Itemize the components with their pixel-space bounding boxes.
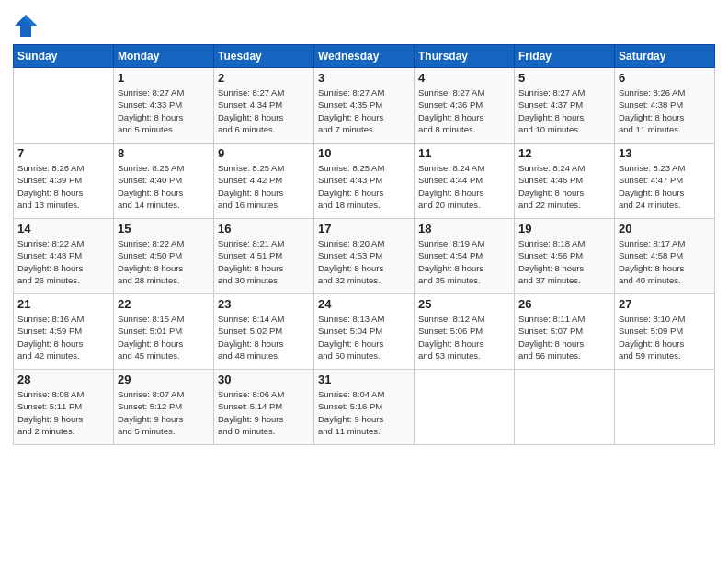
day-number: 25 <box>418 297 510 311</box>
logo <box>13 13 42 39</box>
day-number: 23 <box>218 297 310 311</box>
day-cell: 13Sunrise: 8:23 AM Sunset: 4:47 PM Dayli… <box>615 144 715 219</box>
day-cell: 8Sunrise: 8:26 AM Sunset: 4:40 PM Daylig… <box>114 144 214 219</box>
day-info: Sunrise: 8:11 AM Sunset: 5:07 PM Dayligh… <box>518 313 610 362</box>
day-cell: 9Sunrise: 8:25 AM Sunset: 4:42 PM Daylig… <box>214 144 314 219</box>
day-cell: 5Sunrise: 8:27 AM Sunset: 4:37 PM Daylig… <box>515 68 615 144</box>
day-number: 9 <box>218 146 310 160</box>
day-cell: 21Sunrise: 8:16 AM Sunset: 4:59 PM Dayli… <box>14 294 114 370</box>
header-cell-thursday: Thursday <box>415 45 515 68</box>
day-cell: 7Sunrise: 8:26 AM Sunset: 4:39 PM Daylig… <box>14 144 114 219</box>
day-info: Sunrise: 8:15 AM Sunset: 5:01 PM Dayligh… <box>118 313 210 362</box>
day-number: 14 <box>17 222 109 236</box>
day-info: Sunrise: 8:14 AM Sunset: 5:02 PM Dayligh… <box>218 313 310 362</box>
day-number: 1 <box>118 71 210 85</box>
week-row-2: 7Sunrise: 8:26 AM Sunset: 4:39 PM Daylig… <box>14 144 715 219</box>
week-row-5: 28Sunrise: 8:08 AM Sunset: 5:11 PM Dayli… <box>14 370 715 445</box>
day-cell: 30Sunrise: 8:06 AM Sunset: 5:14 PM Dayli… <box>214 370 314 445</box>
day-info: Sunrise: 8:23 AM Sunset: 4:47 PM Dayligh… <box>619 162 711 211</box>
day-number: 20 <box>619 222 711 236</box>
day-number: 16 <box>218 222 310 236</box>
day-cell: 3Sunrise: 8:27 AM Sunset: 4:35 PM Daylig… <box>314 68 415 144</box>
day-info: Sunrise: 8:24 AM Sunset: 4:44 PM Dayligh… <box>418 162 510 211</box>
day-info: Sunrise: 8:13 AM Sunset: 5:04 PM Dayligh… <box>318 313 410 362</box>
day-info: Sunrise: 8:25 AM Sunset: 4:43 PM Dayligh… <box>318 162 410 211</box>
header <box>13 9 715 39</box>
day-number: 15 <box>118 222 210 236</box>
day-cell: 22Sunrise: 8:15 AM Sunset: 5:01 PM Dayli… <box>114 294 214 370</box>
logo-icon <box>13 13 39 39</box>
day-number: 29 <box>118 373 210 386</box>
day-cell: 1Sunrise: 8:27 AM Sunset: 4:33 PM Daylig… <box>114 68 214 144</box>
day-number: 7 <box>17 146 109 160</box>
day-number: 10 <box>318 146 410 160</box>
day-cell: 28Sunrise: 8:08 AM Sunset: 5:11 PM Dayli… <box>14 370 114 445</box>
day-number: 12 <box>518 146 610 160</box>
day-info: Sunrise: 8:06 AM Sunset: 5:14 PM Dayligh… <box>218 388 310 437</box>
header-row: SundayMondayTuesdayWednesdayThursdayFrid… <box>14 45 715 68</box>
week-row-3: 14Sunrise: 8:22 AM Sunset: 4:48 PM Dayli… <box>14 219 715 294</box>
day-info: Sunrise: 8:18 AM Sunset: 4:56 PM Dayligh… <box>518 237 610 286</box>
day-number: 5 <box>518 71 610 85</box>
day-cell <box>615 370 715 445</box>
day-info: Sunrise: 8:22 AM Sunset: 4:48 PM Dayligh… <box>17 237 109 286</box>
day-cell <box>415 370 515 445</box>
day-info: Sunrise: 8:27 AM Sunset: 4:34 PM Dayligh… <box>218 86 310 135</box>
header-cell-wednesday: Wednesday <box>314 45 415 68</box>
day-cell: 10Sunrise: 8:25 AM Sunset: 4:43 PM Dayli… <box>314 144 415 219</box>
day-number: 8 <box>118 146 210 160</box>
day-info: Sunrise: 8:12 AM Sunset: 5:06 PM Dayligh… <box>418 313 510 362</box>
day-cell: 27Sunrise: 8:10 AM Sunset: 5:09 PM Dayli… <box>615 294 715 370</box>
day-info: Sunrise: 8:26 AM Sunset: 4:38 PM Dayligh… <box>619 86 711 135</box>
day-cell: 18Sunrise: 8:19 AM Sunset: 4:54 PM Dayli… <box>415 219 515 294</box>
day-cell: 23Sunrise: 8:14 AM Sunset: 5:02 PM Dayli… <box>214 294 314 370</box>
calendar-container: SundayMondayTuesdayWednesdayThursdayFrid… <box>0 0 728 454</box>
day-cell: 12Sunrise: 8:24 AM Sunset: 4:46 PM Dayli… <box>515 144 615 219</box>
day-info: Sunrise: 8:10 AM Sunset: 5:09 PM Dayligh… <box>619 313 711 362</box>
day-cell: 25Sunrise: 8:12 AM Sunset: 5:06 PM Dayli… <box>415 294 515 370</box>
day-info: Sunrise: 8:20 AM Sunset: 4:53 PM Dayligh… <box>318 237 410 286</box>
day-info: Sunrise: 8:16 AM Sunset: 4:59 PM Dayligh… <box>17 313 109 362</box>
day-number: 28 <box>17 373 109 386</box>
day-info: Sunrise: 8:27 AM Sunset: 4:33 PM Dayligh… <box>118 86 210 135</box>
day-cell: 20Sunrise: 8:17 AM Sunset: 4:58 PM Dayli… <box>615 219 715 294</box>
day-info: Sunrise: 8:27 AM Sunset: 4:35 PM Dayligh… <box>318 86 410 135</box>
day-cell: 11Sunrise: 8:24 AM Sunset: 4:44 PM Dayli… <box>415 144 515 219</box>
day-cell: 26Sunrise: 8:11 AM Sunset: 5:07 PM Dayli… <box>515 294 615 370</box>
day-number: 24 <box>318 297 410 311</box>
day-info: Sunrise: 8:22 AM Sunset: 4:50 PM Dayligh… <box>118 237 210 286</box>
day-info: Sunrise: 8:27 AM Sunset: 4:36 PM Dayligh… <box>418 86 510 135</box>
day-number: 26 <box>518 297 610 311</box>
day-number: 22 <box>118 297 210 311</box>
day-info: Sunrise: 8:07 AM Sunset: 5:12 PM Dayligh… <box>118 388 210 437</box>
day-number: 13 <box>619 146 711 160</box>
week-row-4: 21Sunrise: 8:16 AM Sunset: 4:59 PM Dayli… <box>14 294 715 370</box>
day-cell: 4Sunrise: 8:27 AM Sunset: 4:36 PM Daylig… <box>415 68 515 144</box>
day-cell: 6Sunrise: 8:26 AM Sunset: 4:38 PM Daylig… <box>615 68 715 144</box>
day-info: Sunrise: 8:26 AM Sunset: 4:39 PM Dayligh… <box>17 162 109 211</box>
day-cell <box>515 370 615 445</box>
header-cell-saturday: Saturday <box>615 45 715 68</box>
day-info: Sunrise: 8:27 AM Sunset: 4:37 PM Dayligh… <box>518 86 610 135</box>
day-cell: 15Sunrise: 8:22 AM Sunset: 4:50 PM Dayli… <box>114 219 214 294</box>
day-cell <box>14 68 114 144</box>
day-info: Sunrise: 8:19 AM Sunset: 4:54 PM Dayligh… <box>418 237 510 286</box>
day-cell: 29Sunrise: 8:07 AM Sunset: 5:12 PM Dayli… <box>114 370 214 445</box>
header-cell-tuesday: Tuesday <box>214 45 314 68</box>
day-cell: 17Sunrise: 8:20 AM Sunset: 4:53 PM Dayli… <box>314 219 415 294</box>
day-number: 30 <box>218 373 310 386</box>
header-cell-sunday: Sunday <box>14 45 114 68</box>
day-cell: 16Sunrise: 8:21 AM Sunset: 4:51 PM Dayli… <box>214 219 314 294</box>
day-number: 18 <box>418 222 510 236</box>
day-number: 4 <box>418 71 510 85</box>
day-info: Sunrise: 8:21 AM Sunset: 4:51 PM Dayligh… <box>218 237 310 286</box>
day-cell: 31Sunrise: 8:04 AM Sunset: 5:16 PM Dayli… <box>314 370 415 445</box>
day-number: 27 <box>619 297 711 311</box>
day-number: 11 <box>418 146 510 160</box>
day-info: Sunrise: 8:04 AM Sunset: 5:16 PM Dayligh… <box>318 388 410 437</box>
week-row-1: 1Sunrise: 8:27 AM Sunset: 4:33 PM Daylig… <box>14 68 715 144</box>
day-number: 17 <box>318 222 410 236</box>
calendar-table: SundayMondayTuesdayWednesdayThursdayFrid… <box>13 44 715 445</box>
day-cell: 14Sunrise: 8:22 AM Sunset: 4:48 PM Dayli… <box>14 219 114 294</box>
day-number: 3 <box>318 71 410 85</box>
